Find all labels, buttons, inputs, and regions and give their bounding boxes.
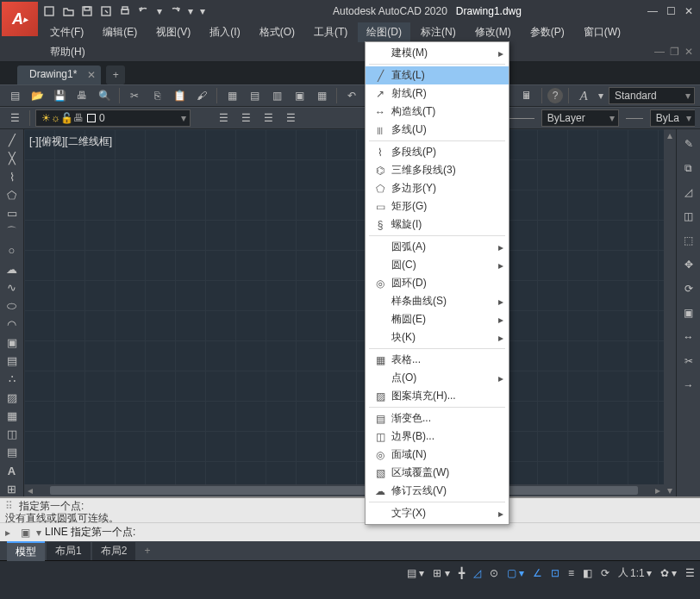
menu-item[interactable]: 块(K)▸	[366, 328, 509, 346]
menu-item[interactable]: 文字(X)▸	[366, 504, 509, 522]
stretch-tool-icon[interactable]: ↔	[679, 328, 698, 346]
close-tab-icon[interactable]: ✕	[87, 69, 96, 81]
menu-item[interactable]: ↗射线(R)	[366, 84, 509, 103]
bylayer2-combo[interactable]: ByLa	[650, 109, 695, 127]
save-icon[interactable]	[79, 3, 95, 19]
horizontal-scrollbar[interactable]: ◂ ▸	[24, 484, 664, 496]
layer-props-icon[interactable]: ☰	[5, 109, 24, 127]
menu-item[interactable]: 编辑(E)	[94, 22, 146, 42]
menu-item[interactable]: ▭矩形(G)	[366, 197, 509, 215]
transparency-button[interactable]: ◧	[583, 567, 592, 579]
hscroll-thumb[interactable]	[50, 486, 638, 495]
print-icon[interactable]	[117, 3, 133, 19]
erase-tool-icon[interactable]: ✎	[679, 134, 698, 153]
ellipse-tool-icon[interactable]: ⬭	[3, 298, 22, 313]
menu-item[interactable]: 圆(C)▸	[366, 256, 509, 274]
menu-item[interactable]: ▧区域覆盖(W)	[366, 464, 509, 482]
menu-item[interactable]: ╱直线(L)	[366, 66, 509, 84]
menu-item[interactable]: ◎圆环(D)	[366, 274, 509, 292]
block-tool-icon[interactable]: ▤	[3, 353, 22, 368]
lwt-button[interactable]: ≡	[568, 567, 574, 579]
scroll-left-icon[interactable]: ◂	[24, 484, 36, 496]
redo-dropdown-icon[interactable]: ▾	[186, 3, 195, 19]
minimize-button[interactable]: —	[647, 5, 658, 17]
layer-iso-icon[interactable]: ☰	[215, 109, 234, 127]
rotate-tool-icon[interactable]: ⟳	[679, 279, 698, 298]
trim-tool-icon[interactable]: ✂	[679, 352, 698, 371]
add-layout-button[interactable]: +	[137, 543, 157, 558]
text-tool-icon[interactable]: A	[3, 464, 22, 478]
undo-dropdown-icon[interactable]: ▾	[155, 3, 164, 19]
cmd-expand-icon[interactable]: ▸	[5, 527, 21, 539]
viewport-label[interactable]: [-][俯视][二维线框]	[29, 134, 112, 149]
menu-item[interactable]: 绘图(D)	[358, 22, 410, 42]
dyn-button[interactable]: ⊡	[551, 567, 559, 579]
circle-tool-icon[interactable]: ○	[3, 243, 22, 258]
menu-item[interactable]: 视图(V)	[147, 22, 199, 42]
undo-icon[interactable]	[136, 3, 152, 19]
menu-item[interactable]: ⌬三维多段线(3)	[366, 161, 509, 179]
match-icon[interactable]: 🖌	[192, 87, 211, 104]
command-line[interactable]: ▸ ▣ ▾ LINE 指定第一个点:	[0, 522, 700, 541]
help-icon[interactable]: ?	[547, 88, 563, 103]
dc-icon[interactable]: ▣	[290, 87, 309, 104]
insert-tool-icon[interactable]: ▣	[3, 335, 22, 350]
plot-icon[interactable]: 🖶	[72, 87, 91, 104]
copy-tool-icon[interactable]: ⧉	[679, 159, 698, 178]
redo-icon[interactable]	[167, 3, 183, 19]
prop-icon[interactable]: ▦	[312, 87, 331, 104]
cycling-button[interactable]: ⟳	[601, 567, 609, 579]
region-tool-icon[interactable]: ◫	[3, 427, 22, 441]
cut-icon[interactable]: ✂	[125, 87, 144, 104]
menu-item[interactable]: 窗口(W)	[575, 22, 629, 42]
menu-item[interactable]: ◎面域(N)	[366, 446, 509, 464]
copy-icon[interactable]: ⎘	[147, 87, 166, 104]
save-file-icon[interactable]: 💾	[50, 87, 69, 104]
doc-minimize-button[interactable]: —	[654, 46, 665, 58]
menu-item[interactable]: 建模(M)▸	[366, 44, 509, 62]
textstyle-a-icon[interactable]: A	[574, 87, 593, 104]
scroll-down-icon[interactable]: ▾	[664, 484, 676, 496]
menu-item[interactable]: 样条曲线(S)▸	[366, 292, 509, 310]
new-icon[interactable]	[41, 3, 57, 19]
block-icon[interactable]: ▦	[222, 87, 241, 104]
bylayer-combo[interactable]: ByLayer	[541, 109, 619, 127]
open-file-icon[interactable]: 📂	[28, 87, 47, 104]
layer-combo[interactable]: ☀ ☼ 🔓 🖶 0	[35, 109, 191, 127]
hatch-tool-icon[interactable]: ▨	[3, 390, 22, 404]
table-tool-icon[interactable]: ▤	[3, 445, 22, 459]
menu-item[interactable]: ◫边界(B)...	[366, 427, 509, 446]
grid-button[interactable]: ⊞ ▾	[433, 567, 449, 579]
ortho-button[interactable]: ◿	[473, 567, 481, 579]
menu-item[interactable]: 标注(N)	[412, 22, 465, 42]
customize-button[interactable]: ☰	[685, 567, 695, 579]
menu-item[interactable]: 圆弧(A)▸	[366, 238, 509, 256]
point-tool-icon[interactable]: ∴	[3, 371, 22, 386]
new-file-icon[interactable]: ▤	[5, 87, 24, 104]
move-tool-icon[interactable]: ✥	[679, 255, 698, 274]
scale-tool-icon[interactable]: ▣	[679, 303, 698, 322]
layout-tab[interactable]: 模型	[7, 541, 45, 561]
menu-item[interactable]: 修改(M)	[466, 22, 520, 42]
scroll-up-icon[interactable]: ▴	[664, 129, 676, 141]
menu-item[interactable]: 椭圆(E)▸	[366, 310, 509, 328]
menu-item[interactable]: ☁修订云线(V)	[366, 482, 509, 500]
anno-scale-button[interactable]: 人 1:1 ▾	[618, 565, 652, 580]
textstyle-drop-icon[interactable]: ▾	[597, 87, 605, 104]
menu-item[interactable]: 格式(O)	[251, 22, 303, 42]
pline-tool-icon[interactable]: ⌇	[3, 170, 22, 184]
menu-item[interactable]: 工具(T)	[305, 22, 356, 42]
menu-item[interactable]: 插入(I)	[201, 22, 248, 42]
scroll-right-icon[interactable]: ▸	[652, 484, 664, 496]
saveas-icon[interactable]	[98, 3, 114, 19]
gradient-tool-icon[interactable]: ▦	[3, 409, 22, 423]
layout-tab[interactable]: 布局1	[47, 542, 91, 560]
app-logo[interactable]: A▸	[2, 2, 38, 36]
style-combo[interactable]: Standard	[609, 87, 695, 104]
ellipsearc-tool-icon[interactable]: ◠	[3, 316, 22, 331]
add-tab-button[interactable]: +	[106, 66, 125, 84]
calc-icon[interactable]: 🖩	[517, 87, 536, 104]
layer-match-icon[interactable]: ☰	[282, 109, 301, 127]
menu-item[interactable]: ▦表格...	[366, 351, 509, 369]
spline-tool-icon[interactable]: ∿	[3, 280, 22, 295]
